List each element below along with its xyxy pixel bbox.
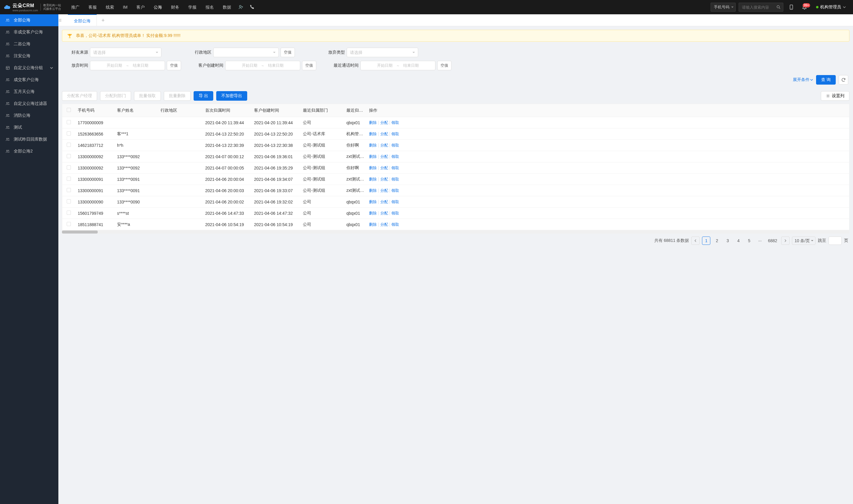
claim-link[interactable]: 领取 [392, 120, 399, 125]
page-3-button[interactable]: 3 [723, 236, 732, 245]
tab-list-icon[interactable] [58, 18, 68, 22]
nav-item-客户[interactable]: 客户 [132, 0, 149, 14]
col-phone[interactable]: 手机号码 [75, 108, 115, 113]
select-all-checkbox[interactable] [67, 108, 71, 112]
claim-link[interactable]: 领取 [392, 211, 399, 215]
assign-link[interactable]: 分配 [380, 177, 388, 181]
sidebar-item-8[interactable]: 消防公海 [0, 110, 58, 122]
claim-link[interactable]: 领取 [392, 143, 399, 147]
sidebar-item-10[interactable]: 测试昨日回库数据 [0, 133, 58, 145]
delete-link[interactable]: 删除 [369, 188, 377, 193]
phone-icon[interactable] [247, 0, 258, 14]
user-menu[interactable]: 机构管理员 [813, 4, 849, 10]
delete-link[interactable]: 删除 [369, 177, 377, 181]
sidebar-item-5[interactable]: 成交客户公海 [0, 74, 58, 86]
expand-filters-link[interactable]: 展开条件 [793, 77, 813, 83]
claim-link[interactable]: 领取 [392, 132, 399, 136]
tab-add-icon[interactable] [97, 18, 109, 22]
delete-link[interactable]: 删除 [369, 200, 377, 204]
claim-link[interactable]: 领取 [392, 166, 399, 170]
page-2-button[interactable]: 2 [713, 236, 721, 245]
region-empty-button[interactable]: 空值 [280, 48, 295, 57]
abandon-type-select[interactable]: 请选择 [347, 48, 418, 57]
assign-link[interactable]: 分配 [380, 222, 388, 227]
assign-link[interactable]: 分配 [380, 200, 388, 204]
page-1-button[interactable]: 1 [702, 236, 710, 245]
export-plain-button[interactable]: 不加密导出 [216, 91, 247, 101]
search-type-select[interactable]: 手机号码 [711, 3, 736, 12]
nav-item-客服[interactable]: 客服 [84, 0, 101, 14]
prev-page-button[interactable] [691, 236, 700, 245]
assign-link[interactable]: 分配 [380, 143, 388, 147]
assign-link[interactable]: 分配 [380, 154, 388, 159]
delete-link[interactable]: 删除 [369, 132, 377, 136]
nav-item-公海[interactable]: 公海 [149, 0, 166, 14]
row-checkbox[interactable] [67, 211, 71, 215]
sidebar-item-7[interactable]: 自定义公海过滤器 [0, 98, 58, 110]
col-region[interactable]: 行政地区 [158, 108, 203, 113]
tab-all-public[interactable]: 全部公海 [68, 14, 97, 26]
delete-link[interactable]: 删除 [369, 166, 377, 170]
jump-page-input[interactable] [829, 236, 842, 245]
nav-item-线索[interactable]: 线索 [102, 0, 118, 14]
sidebar-item-9[interactable]: 测试 [0, 122, 58, 133]
create-time-empty-button[interactable]: 空值 [302, 61, 316, 70]
mobile-icon[interactable] [786, 4, 796, 10]
assign-link[interactable]: 分配 [380, 188, 388, 193]
claim-link[interactable]: 领取 [392, 154, 399, 159]
row-checkbox[interactable] [67, 177, 71, 181]
row-checkbox[interactable] [67, 120, 71, 124]
page-4-button[interactable]: 4 [734, 236, 743, 245]
col-name[interactable]: 客户姓名 [115, 108, 158, 113]
claim-link[interactable]: 领取 [392, 200, 399, 204]
sidebar-item-4[interactable]: 自定义公海分组 [0, 62, 58, 74]
claim-link[interactable]: 领取 [392, 222, 399, 227]
col-create-time[interactable]: 客户创建时间 [252, 108, 301, 113]
sidebar-item-6[interactable]: 五月天公海 [0, 86, 58, 98]
page-5-button[interactable]: 5 [745, 236, 753, 245]
assign-link[interactable]: 分配 [380, 166, 388, 170]
sidebar-item-0[interactable]: 全部公海 [0, 14, 58, 26]
row-checkbox[interactable] [67, 222, 71, 226]
col-person[interactable]: 最近归属人 [344, 108, 367, 113]
delete-link[interactable]: 删除 [369, 222, 377, 227]
search-icon[interactable] [776, 5, 781, 10]
delete-link[interactable]: 删除 [369, 154, 377, 159]
region-select[interactable] [213, 48, 279, 57]
assign-dept-button[interactable]: 分配到部门 [100, 91, 131, 101]
row-checkbox[interactable] [67, 165, 71, 169]
sidebar-item-3[interactable]: 注安公海 [0, 50, 58, 62]
logo[interactable]: 云朵CRM www.yunduocrm.com 教育机构一站 式服务云平台 [4, 3, 61, 12]
nav-item-报名[interactable]: 报名 [201, 0, 218, 14]
bell-icon[interactable]: 99+ [799, 4, 810, 10]
delete-link[interactable]: 删除 [369, 143, 377, 147]
horizontal-scrollbar[interactable] [62, 231, 849, 234]
next-page-button[interactable] [781, 236, 790, 245]
row-checkbox[interactable] [67, 188, 71, 192]
assign-manager-button[interactable]: 分配客户经理 [62, 91, 97, 101]
create-time-range[interactable]: 开始日期~结束日期 [225, 61, 300, 70]
assign-link[interactable]: 分配 [380, 120, 388, 125]
refresh-button[interactable] [839, 75, 848, 85]
delete-link[interactable]: 删除 [369, 211, 377, 215]
sidebar-item-11[interactable]: 全部公海2 [0, 145, 58, 157]
sidebar-item-2[interactable]: 二咨公海 [0, 38, 58, 50]
row-checkbox[interactable] [67, 154, 71, 158]
col-first-time[interactable]: 首次归属时间 [203, 108, 252, 113]
row-checkbox[interactable] [67, 143, 71, 147]
user-plus-icon[interactable] [235, 0, 247, 14]
scrollbar-thumb[interactable] [62, 231, 98, 234]
abandon-time-range[interactable]: 开始日期~结束日期 [90, 61, 165, 70]
claim-link[interactable]: 领取 [392, 188, 399, 193]
batch-claim-button[interactable]: 批量领取 [134, 91, 161, 101]
nav-item-推广[interactable]: 推广 [67, 0, 84, 14]
page-last-button[interactable]: 6882 [766, 236, 779, 245]
nav-item-数据[interactable]: 数据 [219, 0, 235, 14]
export-button[interactable]: 导 出 [194, 91, 213, 101]
col-dept[interactable]: 最近归属部门 [301, 108, 344, 113]
sidebar-item-1[interactable]: 非成交客户公海 [0, 26, 58, 38]
assign-link[interactable]: 分配 [380, 211, 388, 215]
nav-item-IM[interactable]: IM [119, 0, 132, 14]
nav-item-财务[interactable]: 财务 [167, 0, 183, 14]
abandon-time-empty-button[interactable]: 空值 [167, 61, 181, 70]
